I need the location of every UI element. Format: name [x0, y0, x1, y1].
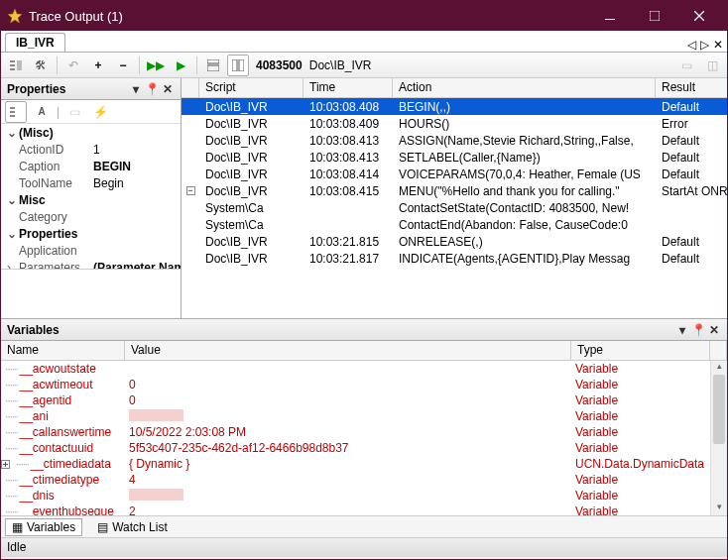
toolbar-id: 4083500: [256, 58, 303, 72]
variable-row[interactable]: ·······__agentid0Variable: [1, 392, 727, 408]
variable-row[interactable]: ·······__aniVariable: [1, 408, 727, 424]
prop-sort-alpha-icon[interactable]: A: [31, 101, 53, 123]
tool-right2-icon[interactable]: ◫: [701, 55, 723, 76]
tool-categorize-icon[interactable]: [5, 55, 27, 76]
scroll-thumb[interactable]: [713, 375, 725, 444]
prop-sort-cat-icon[interactable]: [5, 101, 27, 123]
variable-row[interactable]: ·······__acwoutstateVariable: [1, 361, 727, 377]
maximize-button[interactable]: [632, 1, 676, 31]
variables-header: Variables ▾ 📍 ✕: [1, 319, 727, 341]
prop-row[interactable]: CaptionBEGIN: [1, 158, 181, 174]
bottom-tabstrip: ▦ Variables ▤ Watch List: [1, 515, 727, 537]
svg-rect-10: [10, 107, 15, 109]
svg-rect-12: [10, 115, 15, 117]
properties-panel: Properties ▾ 📍 ✕ A | ▭ ⚡ ⌄(Misc)ActionID…: [1, 78, 182, 318]
var-pin-icon[interactable]: 📍: [691, 323, 705, 337]
svg-rect-7: [207, 65, 219, 71]
variable-row[interactable]: ·······__dnisVariable: [1, 488, 727, 504]
svg-rect-4: [10, 68, 15, 70]
var-close-icon[interactable]: ✕: [707, 323, 721, 337]
grid-icon: ▦: [12, 520, 23, 534]
tool-layout1-icon[interactable]: [202, 55, 224, 76]
prop-tool3-icon[interactable]: ▭: [63, 101, 85, 123]
script-row[interactable]: Doc\IB_IVR10:03:08.409HOURS()Error: [182, 115, 728, 132]
tool-step-icon[interactable]: ▶: [170, 55, 191, 76]
tool-settings-icon[interactable]: 🛠: [30, 55, 52, 76]
svg-rect-11: [10, 111, 15, 113]
script-row[interactable]: Doc\IB_IVR10:03:08.414VOICEPARAMS(70,0,4…: [182, 166, 728, 182]
script-row[interactable]: −Doc\IB_IVR10:03:08.415MENU("%Hello and …: [182, 182, 728, 199]
scrollbar[interactable]: ▴ ▾: [710, 361, 727, 515]
tool-undo-icon[interactable]: ↶: [62, 55, 84, 76]
variables-rows[interactable]: ·······__acwoutstateVariable·······__acw…: [1, 361, 727, 515]
var-col-name[interactable]: Name: [1, 341, 125, 360]
tab-next-icon[interactable]: ▷: [700, 38, 709, 52]
variables-panel: Variables ▾ 📍 ✕ Name Value Type ·······_…: [1, 318, 727, 537]
properties-description: [1, 269, 181, 318]
script-row[interactable]: Doc\IB_IVR10:03:21.817INDICATE(Agents,{A…: [182, 250, 728, 267]
prop-group[interactable]: ⌄Misc: [1, 191, 181, 208]
svg-rect-0: [605, 19, 615, 20]
tab-ib-ivr[interactable]: IB_IVR: [5, 33, 65, 52]
variable-row[interactable]: ·······__eventhubseque2Variable: [1, 504, 727, 515]
minimize-button[interactable]: [587, 1, 632, 31]
titlebar: Trace Output (1): [1, 1, 727, 31]
tool-remove-icon[interactable]: −: [112, 55, 134, 76]
prop-row[interactable]: Application: [1, 242, 181, 259]
toolbar: 🛠 ↶ + − ▶▶ ▶ 4083500 Doc\IB_IVR ▭ ◫: [1, 53, 727, 78]
prop-group[interactable]: ⌄Properties: [1, 225, 181, 242]
tab-watchlist[interactable]: ▤ Watch List: [90, 518, 175, 536]
svg-rect-6: [207, 59, 219, 63]
variable-row[interactable]: ·······__contactuuid5f53c407-235c-462d-a…: [1, 440, 727, 456]
svg-rect-9: [239, 59, 244, 71]
tab-close-icon[interactable]: ✕: [713, 38, 723, 52]
var-col-value[interactable]: Value: [125, 341, 571, 360]
prop-tool4-icon[interactable]: ⚡: [89, 101, 111, 123]
script-row[interactable]: Doc\IB_IVR10:03:08.408BEGIN(,,)Default: [182, 98, 728, 115]
variable-row[interactable]: ·······__acwtimeout0Variable: [1, 377, 727, 392]
col-time[interactable]: Time: [303, 78, 393, 97]
variable-row[interactable]: ·······__ctimediatype4Variable: [1, 472, 727, 488]
script-row[interactable]: Doc\IB_IVR10:03:08.413ASSIGN(Name,Stevie…: [182, 132, 728, 149]
pin-icon[interactable]: 📍: [145, 82, 159, 96]
svg-rect-3: [10, 64, 15, 66]
document-tabstrip: IB_IVR ◁ ▷ ✕: [1, 31, 727, 53]
script-row[interactable]: System\CaContactSetState(ContactID: 4083…: [182, 199, 728, 216]
tool-layout2-icon[interactable]: [227, 55, 249, 76]
prop-row[interactable]: ToolNameBegin: [1, 174, 181, 191]
script-row[interactable]: System\CaContactEnd(Abandon: False, Caus…: [182, 216, 728, 233]
col-result[interactable]: Result: [656, 78, 728, 97]
variable-row[interactable]: ·······__callanswertime10/5/2022 2:03:08…: [1, 424, 727, 440]
script-row[interactable]: Doc\IB_IVR10:03:08.413SETLABEL(Caller,{N…: [182, 149, 728, 166]
variables-title: Variables: [7, 323, 60, 337]
svg-rect-1: [650, 11, 660, 21]
list-icon: ▤: [97, 520, 108, 534]
scroll-up-icon[interactable]: ▴: [711, 361, 727, 375]
dropdown-icon[interactable]: ▾: [129, 82, 143, 96]
close-panel-icon[interactable]: ✕: [161, 82, 175, 96]
app-icon: [7, 8, 23, 24]
properties-title: Properties: [7, 82, 65, 96]
var-dropdown-icon[interactable]: ▾: [675, 323, 689, 337]
prop-row[interactable]: Category: [1, 208, 181, 225]
script-rows[interactable]: Doc\IB_IVR10:03:08.408BEGIN(,,)DefaultDo…: [182, 98, 728, 318]
prop-row[interactable]: ActionID1: [1, 141, 181, 158]
tab-prev-icon[interactable]: ◁: [687, 38, 696, 52]
tool-play-icon[interactable]: ▶▶: [145, 55, 167, 76]
script-row[interactable]: Doc\IB_IVR10:03:21.815ONRELEASE(,)Defaul…: [182, 233, 728, 250]
tool-add-icon[interactable]: +: [87, 55, 109, 76]
col-script[interactable]: Script: [199, 78, 303, 97]
close-button[interactable]: [676, 1, 721, 31]
tab-variables[interactable]: ▦ Variables: [5, 518, 82, 536]
tool-right1-icon[interactable]: ▭: [675, 55, 697, 76]
prop-group[interactable]: ⌄(Misc): [1, 124, 181, 141]
variable-row[interactable]: ·······__ctimediadata{ Dynamic }UCN.Data…: [1, 456, 727, 472]
scroll-down-icon[interactable]: ▾: [711, 502, 727, 515]
svg-rect-8: [232, 59, 237, 71]
col-action[interactable]: Action: [393, 78, 656, 97]
properties-header: Properties ▾ 📍 ✕: [1, 78, 181, 100]
prop-row[interactable]: ›Parameters(Parameter Name): [1, 259, 181, 269]
variables-columns: Name Value Type: [1, 341, 727, 361]
properties-grid[interactable]: ⌄(Misc)ActionID1CaptionBEGINToolNameBegi…: [1, 124, 181, 269]
var-col-type[interactable]: Type: [571, 341, 710, 360]
